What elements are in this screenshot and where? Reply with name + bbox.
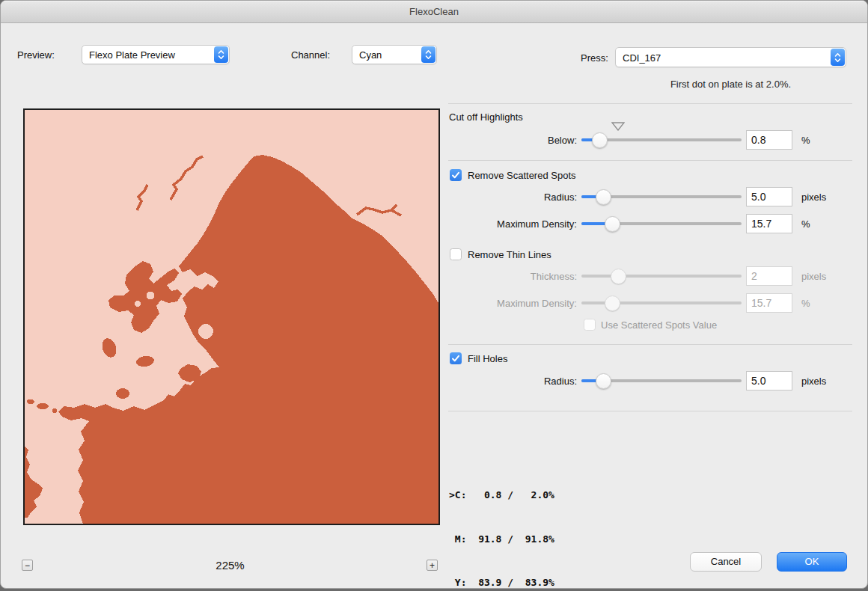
cancel-button[interactable]: Cancel xyxy=(690,552,762,572)
scattered-density-unit: % xyxy=(801,218,810,230)
scattered-radius-slider[interactable] xyxy=(581,189,742,205)
press-label: Press: xyxy=(581,52,608,64)
thin-density-slider-thumb xyxy=(605,296,620,311)
channel-select-value: Cyan xyxy=(359,49,382,61)
chevron-up-down-icon xyxy=(421,46,435,63)
flexoclean-dialog: FlexoClean Preview: Flexo Plate Preview … xyxy=(0,0,868,589)
scattered-density-label: Maximum Density: xyxy=(427,218,577,230)
remove-thin-lines-label: Remove Thin Lines xyxy=(468,249,551,260)
thickness-slider xyxy=(581,269,742,284)
first-dot-note: First dot on plate is at 2.0%. xyxy=(615,79,846,90)
chevron-up-down-icon xyxy=(214,46,228,63)
density-row-c: >C: 0.8 / 2.0% xyxy=(449,488,556,503)
separator xyxy=(448,160,852,161)
remove-thin-lines-checkbox[interactable] xyxy=(450,248,462,260)
thickness-label: Thickness: xyxy=(427,271,577,282)
fill-radius-label: Radius: xyxy=(427,376,577,387)
separator xyxy=(448,103,852,104)
fill-radius-slider[interactable] xyxy=(581,373,742,389)
press-select[interactable]: CDI_167 xyxy=(615,47,846,67)
use-scattered-spots-checkbox xyxy=(584,319,596,331)
scattered-density-field[interactable] xyxy=(746,214,792,233)
density-row-m: M: 91.8 / 91.8% xyxy=(449,532,556,547)
scattered-radius-label: Radius: xyxy=(427,192,577,203)
density-readout: >C: 0.8 / 2.0% M: 91.8 / 91.8% Y: 83.9 /… xyxy=(449,459,556,589)
thin-density-label: Maximum Density: xyxy=(427,298,577,309)
window-title: FlexoClean xyxy=(1,6,867,17)
zoom-in-button[interactable]: + xyxy=(427,560,438,571)
below-slider-thumb[interactable] xyxy=(592,132,608,148)
thin-density-unit: % xyxy=(801,298,810,309)
below-unit: % xyxy=(801,135,810,146)
remove-scattered-spots-checkbox[interactable] xyxy=(450,169,462,181)
thickness-field xyxy=(746,266,792,286)
title-bar[interactable]: FlexoClean xyxy=(1,1,867,23)
ok-button[interactable]: OK xyxy=(777,552,847,572)
first-dot-marker-icon xyxy=(611,122,625,131)
channel-label: Channel: xyxy=(291,49,330,61)
press-select-value: CDI_167 xyxy=(623,52,661,63)
zoom-level-label: 225% xyxy=(23,559,437,572)
density-row-y: Y: 83.9 / 83.9% xyxy=(449,575,556,589)
fill-radius-field[interactable] xyxy=(746,371,792,391)
scattered-radius-field[interactable] xyxy=(746,187,792,206)
checkmark-icon xyxy=(451,171,460,180)
thin-density-field xyxy=(746,293,792,313)
fill-holes-label: Fill Holes xyxy=(468,353,507,364)
fill-holes-checkbox[interactable] xyxy=(450,352,462,364)
remove-scattered-spots-label: Remove Scattered Spots xyxy=(468,170,576,181)
below-field[interactable] xyxy=(746,130,792,150)
scattered-radius-unit: pixels xyxy=(801,192,826,203)
preview-select-value: Flexo Plate Preview xyxy=(89,49,175,61)
fill-radius-unit: pixels xyxy=(801,376,826,387)
preview-select[interactable]: Flexo Plate Preview xyxy=(82,45,230,64)
fill-radius-slider-thumb[interactable] xyxy=(596,373,611,389)
separator xyxy=(448,411,852,411)
use-scattered-spots-label: Use Scattered Spots Value xyxy=(601,319,717,331)
chevron-up-down-icon xyxy=(831,49,845,66)
scattered-density-slider[interactable] xyxy=(581,216,742,232)
checkmark-icon xyxy=(451,355,460,363)
scattered-density-slider-thumb[interactable] xyxy=(605,216,620,232)
channel-select[interactable]: Cyan xyxy=(352,45,437,64)
separator xyxy=(448,344,852,345)
below-slider[interactable] xyxy=(581,132,742,148)
plate-preview-canvas[interactable] xyxy=(23,108,440,525)
preview-label: Preview: xyxy=(17,49,55,61)
scattered-radius-slider-thumb[interactable] xyxy=(596,189,611,205)
thickness-unit: pixels xyxy=(801,271,826,282)
below-label: Below: xyxy=(427,135,577,146)
thin-density-slider xyxy=(581,296,742,311)
section-cutoff-title: Cut off Highlights xyxy=(449,111,523,123)
thickness-slider-thumb xyxy=(611,269,626,284)
